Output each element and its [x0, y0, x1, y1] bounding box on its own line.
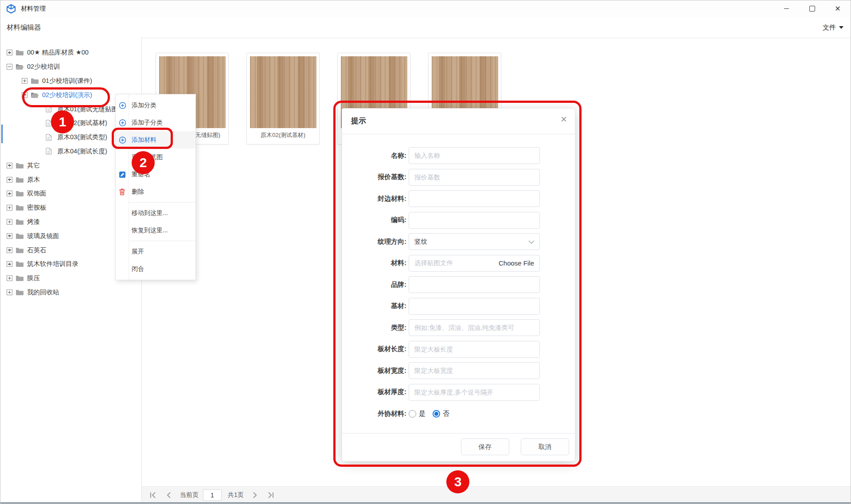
annotation-badge-3: 3	[446, 470, 469, 493]
text-input[interactable]	[409, 341, 539, 357]
context-menu-item-label: 恢复到这里...	[132, 227, 168, 234]
field-input-box[interactable]: 限定大板长度	[409, 341, 540, 358]
context-menu-item[interactable]	[129, 241, 195, 241]
form-row: 板材长度: 限定大板长度	[342, 341, 575, 358]
tree-expander-icon[interactable]	[7, 233, 12, 239]
text-input[interactable]	[409, 277, 539, 293]
field-label: 品牌:	[342, 281, 409, 289]
field-input-box[interactable]: 限定大板厚度,多个逗号隔开	[409, 384, 540, 401]
text-input[interactable]	[409, 363, 539, 379]
text-input[interactable]	[409, 148, 539, 164]
maximize-button[interactable]	[799, 0, 825, 17]
tree-expander-icon[interactable]	[22, 78, 27, 84]
last-page-button[interactable]	[266, 492, 276, 498]
plus-circle-icon	[119, 102, 126, 109]
text-input[interactable]	[409, 320, 539, 336]
form-row: 材料: Choose File 选择贴图文件 Choose File	[342, 255, 575, 272]
tree-expander-icon[interactable]	[7, 247, 12, 253]
dialog-title: 提示	[351, 116, 366, 126]
tree-expander-icon[interactable]	[7, 50, 12, 55]
tree-item[interactable]: 我的回收站	[0, 285, 141, 300]
form-row: 板材厚度: 限定大板厚度,多个逗号隔开	[342, 384, 575, 401]
field-input-box[interactable]	[409, 212, 540, 229]
context-menu-item-label: 闭合	[132, 265, 144, 273]
tree-expander-icon[interactable]	[7, 163, 12, 168]
tree-item-label: 01少校培训(课件)	[42, 77, 92, 85]
editor-header: 材料编辑器 文件	[0, 17, 851, 38]
tree-expander-icon[interactable]	[7, 261, 12, 267]
tree-item-label: 原木	[27, 176, 40, 184]
field-input-box[interactable]: 限定大板宽度	[409, 362, 540, 379]
text-input[interactable]	[409, 298, 539, 314]
next-page-button[interactable]	[250, 492, 260, 498]
text-input[interactable]	[409, 212, 539, 228]
tree-item-label: 02少校培训	[27, 63, 60, 71]
radio-no[interactable]	[433, 410, 440, 418]
context-menu-item[interactable]: 添加分类	[116, 97, 195, 114]
field-input-box[interactable]	[409, 276, 540, 293]
form-row: 品牌:	[342, 276, 575, 293]
tree-item-label: 我的回收站	[27, 288, 59, 297]
first-page-button[interactable]	[148, 492, 158, 498]
radio-yes[interactable]	[409, 410, 416, 418]
context-menu-item[interactable]: 删除	[116, 183, 195, 200]
tree-expander-icon[interactable]	[7, 191, 12, 196]
tree-item-label: 石英石	[27, 246, 47, 254]
form-row: 类型: 例如:免漆、清油、混油,纯免漆类可	[342, 319, 575, 336]
dialog-close-icon[interactable]: ×	[561, 114, 567, 125]
field-input-box[interactable]: Choose File 选择贴图文件 Choose File	[409, 255, 540, 272]
prev-page-button[interactable]	[164, 492, 174, 498]
context-menu-item[interactable]: 更新预览图	[116, 148, 195, 166]
folder-icon	[16, 176, 24, 183]
save-button[interactable]: 保存	[461, 438, 509, 455]
context-menu-item[interactable]: 展开	[116, 243, 195, 260]
text-input[interactable]	[409, 191, 539, 207]
form-row: 编码:	[342, 212, 575, 229]
field-input-box[interactable]	[409, 298, 540, 315]
radio-no-label: 否	[443, 410, 449, 418]
tree-item-label: 膜压	[27, 274, 40, 282]
tree-item-label: 筑木软件培训目录	[27, 260, 78, 268]
file-menu-button[interactable]: 文件	[823, 17, 843, 38]
field-input-box[interactable]: 输入名称	[409, 147, 540, 164]
field-input-box[interactable]: 例如:免漆、清油、混油,纯免漆类可	[409, 319, 540, 336]
tree-item[interactable]: 00★ 精品库材质 ★00	[0, 46, 141, 60]
chevron-down-icon	[839, 26, 843, 29]
cancel-button[interactable]: 取消	[521, 438, 569, 455]
minimize-button[interactable]	[773, 0, 799, 17]
context-menu-item[interactable]: 闭合	[116, 260, 195, 277]
tree-expander-icon[interactable]	[7, 205, 12, 211]
context-menu-item[interactable]: 重命名	[116, 166, 195, 183]
field-input-box[interactable]	[409, 190, 540, 207]
choose-file-button[interactable]: Choose File	[499, 259, 534, 267]
tree-expander-icon[interactable]	[7, 64, 12, 70]
tree-expander-icon[interactable]	[22, 92, 27, 98]
annotation-badge-1: 1	[51, 110, 74, 133]
text-input[interactable]	[409, 384, 539, 400]
tree-expander-icon[interactable]	[7, 289, 12, 295]
form-row: 基材:	[342, 298, 575, 315]
folder-open-icon	[31, 92, 39, 98]
tree-expander-icon[interactable]	[7, 275, 12, 281]
field-input-box[interactable]: 竖纹 竖纹	[409, 233, 540, 250]
field-input-box[interactable]: 报价基数	[409, 169, 540, 186]
context-menu-item[interactable]: 添加子分类	[116, 114, 195, 131]
context-menu-item[interactable]: 移动到这里...	[116, 204, 195, 222]
form-row: 报价基数: 报价基数	[342, 169, 575, 186]
folder-icon	[16, 289, 24, 296]
context-menu-item[interactable]: 恢复到这里...	[116, 222, 195, 239]
radio-yes-label: 是	[419, 410, 426, 418]
window-bottom-edge	[0, 502, 851, 504]
context-menu-item[interactable]	[129, 202, 195, 203]
text-input[interactable]	[409, 169, 539, 185]
tree-item[interactable]: 02少校培训	[0, 60, 141, 74]
tree-expander-icon[interactable]	[7, 219, 12, 225]
page-number-input[interactable]	[203, 489, 222, 501]
tree-expander-icon[interactable]	[7, 177, 12, 183]
close-button[interactable]: ✕	[825, 0, 851, 17]
tree-item[interactable]: 01少校培训(课件)	[0, 74, 141, 88]
material-card[interactable]: 原木02(测试基材)	[246, 53, 320, 145]
context-menu-item[interactable]: 添加材料	[116, 131, 195, 148]
annotation-badge-2: 2	[132, 151, 155, 174]
folder-open-icon	[16, 63, 24, 70]
